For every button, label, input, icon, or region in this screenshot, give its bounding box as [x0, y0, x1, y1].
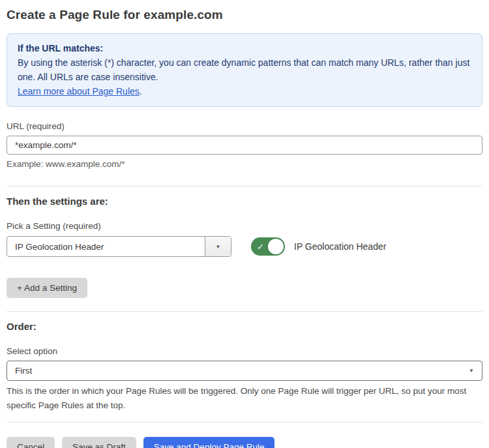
cancel-button[interactable]: Cancel	[7, 437, 55, 448]
section-divider	[7, 311, 482, 312]
toggle-label: IP Geolocation Header	[294, 241, 386, 252]
footer-actions: Cancel Save as Draft Save and Deploy Pag…	[7, 437, 482, 448]
url-input[interactable]	[7, 136, 482, 155]
chevron-down-icon: ▼	[216, 244, 221, 250]
info-body-text: By using the asterisk (*) character, you…	[18, 55, 471, 84]
save-deploy-button[interactable]: Save and Deploy Page Rule	[143, 437, 275, 448]
setting-row: IP Geolocation Header ▼ ✓ IP Geolocation…	[7, 236, 482, 257]
add-setting-button[interactable]: + Add a Setting	[7, 278, 87, 298]
create-page-rule-form: Create a Page Rule for example.com If th…	[0, 0, 489, 448]
learn-more-link[interactable]: Learn more about Page Rules	[18, 86, 140, 97]
section-divider	[7, 422, 482, 423]
check-icon: ✓	[257, 243, 264, 251]
setting-select-value: IP Geolocation Header	[7, 237, 205, 256]
save-draft-button[interactable]: Save as Draft	[62, 437, 136, 448]
settings-section-heading: Then the settings are:	[7, 196, 482, 207]
setting-select[interactable]: IP Geolocation Header ▼	[7, 236, 231, 257]
link-suffix: .	[140, 86, 142, 97]
page-title: Create a Page Rule for example.com	[7, 8, 482, 22]
order-select[interactable]: First ▼	[7, 361, 482, 381]
setting-select-arrow-button[interactable]: ▼	[205, 237, 231, 256]
order-helper-text: This is the order in which your Page Rul…	[7, 384, 482, 413]
chevron-down-icon: ▼	[469, 368, 474, 374]
info-heading: If the URL matches:	[18, 41, 471, 55]
toggle-knob	[268, 239, 284, 254]
order-select-value: First	[15, 366, 32, 376]
ip-geolocation-toggle[interactable]: ✓	[251, 237, 285, 256]
section-divider	[7, 186, 482, 187]
pick-setting-label: Pick a Setting (required)	[7, 221, 482, 231]
url-example-helper: Example: www.example.com/*	[7, 159, 482, 169]
order-select-label: Select option	[7, 346, 482, 356]
order-section-heading: Order:	[7, 321, 482, 332]
url-field-label: URL (required)	[7, 121, 482, 131]
info-link-line: Learn more about Page Rules.	[18, 84, 471, 98]
url-match-info-callout: If the URL matches: By using the asteris…	[7, 33, 482, 107]
